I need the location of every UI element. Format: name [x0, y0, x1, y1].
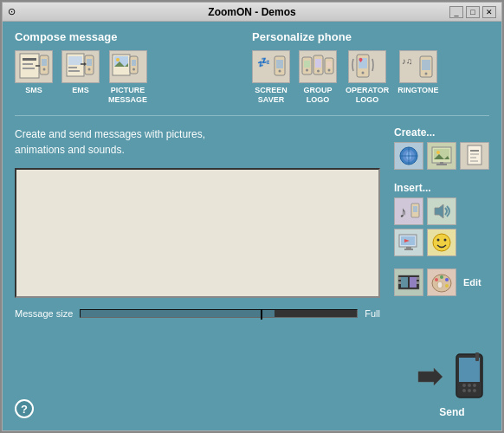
personalize-section: Personalize phone 💤	[252, 30, 489, 105]
svg-rect-76	[417, 281, 419, 284]
insert-smiley-button[interactable]	[427, 229, 456, 256]
svg-point-68	[437, 238, 440, 241]
svg-rect-2	[23, 63, 33, 65]
create-icons-row	[394, 142, 489, 170]
help-label: ?	[21, 403, 28, 416]
insert-sound-button[interactable]	[427, 197, 456, 225]
edit-paint-button[interactable]	[427, 268, 456, 296]
operator-logo-label: OPERATOR LOGO	[346, 86, 389, 105]
compose-icons-row: SMS	[15, 50, 252, 105]
screen-saver-label: SCREEN SAVER	[255, 86, 288, 105]
svg-point-89	[462, 389, 466, 392]
create-photo-button[interactable]	[394, 142, 423, 170]
svg-point-88	[473, 384, 476, 387]
svg-point-80	[445, 278, 449, 281]
svg-point-49	[436, 151, 440, 154]
svg-rect-24	[276, 60, 283, 68]
send-section: Send	[415, 352, 489, 418]
svg-marker-83	[418, 368, 443, 385]
svg-rect-60	[413, 206, 417, 212]
svg-rect-10	[68, 70, 80, 72]
top-section: Compose message	[15, 30, 489, 105]
svg-rect-20	[132, 60, 136, 66]
sms-icon-svg	[16, 52, 51, 81]
message-size-row: Message size Full	[15, 308, 380, 319]
create-image-button[interactable]	[427, 142, 456, 170]
svg-text:💤: 💤	[257, 55, 270, 68]
minimize-button[interactable]: _	[449, 6, 463, 18]
svg-rect-52	[440, 162, 443, 164]
svg-rect-92	[475, 352, 479, 361]
svg-rect-53	[468, 145, 481, 165]
svg-point-37	[362, 72, 365, 74]
svg-rect-8	[68, 56, 82, 65]
progress-bar-marker	[261, 309, 262, 320]
title-bar: ⊙ ZoomON - Demos _ □ ✕	[3, 3, 501, 22]
svg-point-79	[440, 275, 443, 279]
svg-rect-3	[23, 68, 35, 69]
edit-icons-row: Edit	[394, 268, 489, 296]
window: ⊙ ZoomON - Demos _ □ ✕ Compose message	[0, 0, 504, 433]
progress-bar	[80, 309, 358, 318]
svg-rect-85	[459, 358, 480, 382]
svg-point-78	[435, 278, 438, 281]
ringtone-icon-item[interactable]: ♪♫ RINGTONE	[397, 50, 438, 95]
window-title: ZoomON - Demos	[208, 6, 295, 18]
svg-rect-73	[398, 277, 401, 280]
svg-point-41	[424, 73, 427, 75]
insert-music-button[interactable]: ♪	[394, 197, 423, 225]
svg-text:♪♫: ♪♫	[402, 56, 413, 66]
right-panel: Create...	[394, 126, 489, 342]
close-button[interactable]: ✕	[482, 6, 496, 18]
edit-section: Edit	[394, 268, 489, 296]
svg-point-90	[468, 389, 471, 392]
picture-message-icon-svg	[111, 52, 145, 81]
insert-title: Insert...	[394, 182, 489, 194]
middle-section: Create and send messages with pictures, …	[15, 126, 489, 342]
sms-icon-item[interactable]: SMS	[15, 50, 53, 95]
message-size-value: Full	[365, 308, 380, 319]
send-phone-icon	[449, 352, 489, 403]
svg-rect-12	[87, 59, 92, 66]
svg-point-34	[328, 69, 331, 72]
create-document-button[interactable]	[460, 142, 489, 170]
svg-rect-27	[304, 61, 310, 68]
picture-message-icon-item[interactable]: PICTURE MESSAGE	[108, 50, 147, 105]
svg-point-91	[473, 389, 476, 392]
title-bar-buttons: _ □ ✕	[449, 6, 496, 18]
ems-icon-item[interactable]: EMS	[61, 50, 100, 95]
svg-point-86	[462, 384, 466, 387]
operator-logo-icon-svg	[350, 52, 384, 81]
maximize-button[interactable]: □	[466, 6, 480, 18]
screen-saver-icon-item[interactable]: 💤 SCREEN SAVER	[252, 50, 290, 105]
insert-row-1: ♪	[394, 197, 489, 225]
left-panel: Create and send messages with pictures, …	[15, 126, 380, 342]
svg-point-13	[88, 68, 91, 71]
insert-row-2	[394, 229, 489, 256]
edit-film-button[interactable]	[394, 268, 423, 296]
progress-bar-fill	[81, 310, 274, 317]
send-label[interactable]: Send	[439, 406, 464, 418]
picture-message-label: PICTURE MESSAGE	[108, 86, 147, 105]
insert-screen-button[interactable]	[394, 229, 423, 256]
svg-rect-74	[398, 281, 401, 284]
svg-rect-71	[401, 277, 408, 288]
personalize-icons-row: 💤 SCREEN SAVER	[252, 50, 489, 105]
message-textarea[interactable]	[15, 168, 380, 298]
svg-point-69	[444, 238, 447, 241]
svg-rect-72	[410, 277, 417, 288]
svg-rect-51	[436, 164, 447, 165]
svg-rect-75	[417, 277, 419, 280]
help-button[interactable]: ?	[15, 399, 34, 418]
svg-point-87	[468, 384, 471, 387]
operator-logo-icon-item[interactable]: OPERATOR LOGO	[346, 50, 389, 105]
description-text: Create and send messages with pictures, …	[15, 126, 380, 158]
personalize-title: Personalize phone	[252, 30, 489, 43]
group-logo-icon-item[interactable]: GROUP LOGO	[299, 50, 337, 105]
svg-point-21	[132, 68, 135, 71]
svg-rect-1	[23, 58, 36, 61]
compose-section: Compose message	[15, 30, 252, 105]
insert-section: Insert... ♪	[394, 182, 489, 256]
group-logo-icon-svg	[300, 52, 335, 81]
create-title: Create...	[394, 126, 489, 139]
